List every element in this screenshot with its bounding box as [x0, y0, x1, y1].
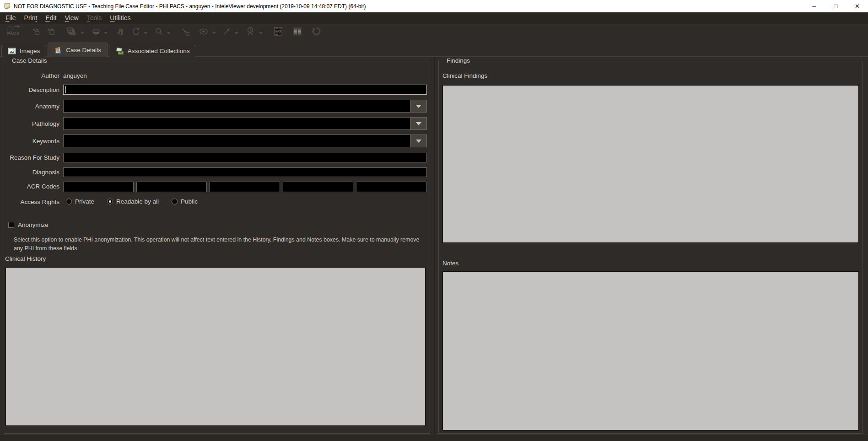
window-presets-button[interactable] [291, 25, 304, 38]
reason-for-study-label: Reason For Study [4, 154, 59, 161]
lock-x-button[interactable] [30, 25, 42, 38]
image-stack-icon [66, 27, 77, 37]
radio-private[interactable]: Private [66, 198, 94, 205]
menu-print[interactable]: Print [20, 13, 42, 23]
toolbar: PACS [0, 24, 868, 38]
menu-tools[interactable]: Tools [83, 13, 106, 23]
description-input[interactable] [63, 85, 427, 95]
one-to-one-button[interactable]: 1:1 [243, 25, 257, 38]
menu-view[interactable]: View [61, 13, 83, 23]
clinical-history-label: Clinical History [5, 255, 46, 262]
diagnosis-field-wrap [63, 167, 427, 177]
zoom-region-button[interactable] [178, 25, 193, 38]
roi-dropdown-button[interactable] [210, 26, 217, 38]
clinical-history-textarea[interactable] [5, 267, 426, 426]
anonymize-option[interactable]: Anonymize [8, 221, 49, 228]
one-to-one-dropdown-button[interactable] [257, 26, 264, 38]
menu-utilities[interactable]: Utilities [106, 13, 135, 23]
window-level-oval-icon [92, 27, 101, 36]
reset-circular-arrow-icon [312, 27, 321, 36]
pathology-dropdown-button[interactable] [410, 118, 426, 129]
window-level-dropdown-button[interactable] [102, 26, 109, 38]
tab-images[interactable]: Images [1, 45, 46, 57]
window-level-button[interactable] [90, 25, 102, 38]
window-presets-icon [292, 27, 303, 36]
reason-for-study-input[interactable] [63, 153, 427, 162]
diagnosis-label: Diagnosis [4, 169, 59, 176]
anatomy-input[interactable] [64, 100, 410, 112]
annotation-dropdown-button[interactable] [233, 26, 240, 38]
image-stack-button[interactable] [65, 25, 79, 38]
rotate-icon [131, 27, 140, 36]
tab-label: Images [20, 48, 40, 54]
chevron-down-icon [416, 140, 421, 143]
acr-code-input-5[interactable] [356, 182, 426, 192]
image-thumbnail-icon [8, 48, 16, 54]
arrow-annotation-button[interactable] [220, 25, 233, 38]
content-area: Case Details Author anguyen Description … [0, 57, 868, 435]
close-button[interactable]: ✕ [846, 0, 868, 12]
anatomy-dropdown-button[interactable] [410, 100, 426, 112]
titlebar: NOT FOR DIAGNOSTIC USE - Teaching File C… [0, 0, 868, 12]
chevron-down-icon [416, 105, 421, 108]
app-icon [4, 2, 11, 11]
dicom-header-icon [273, 27, 283, 36]
send-to-pacs-button[interactable]: PACS [3, 24, 24, 39]
stack-dropdown-button[interactable] [79, 26, 86, 38]
lock-x-icon [32, 27, 41, 36]
arrow-annotation-icon [222, 27, 231, 36]
keywords-dropdown-button[interactable] [410, 135, 426, 147]
author-label: Author [4, 72, 59, 79]
dicom-header-button[interactable] [271, 25, 285, 38]
one-to-one-label: 1:1 [248, 32, 253, 36]
access-rights-label: Access Rights [4, 199, 59, 205]
tab-associated-collections[interactable]: Associated Collections [109, 45, 196, 57]
acr-codes-label: ACR Codes [4, 183, 59, 190]
ellipse-roi-icon [199, 27, 209, 36]
zoom-region-icon [180, 27, 190, 37]
maximize-button[interactable]: □ [825, 0, 846, 12]
tab-case-details[interactable]: Case Details [48, 43, 108, 57]
notes-textarea[interactable] [442, 271, 859, 430]
statusbar [0, 435, 868, 441]
ellipse-roi-button[interactable] [197, 25, 210, 38]
radio-public[interactable]: Public [172, 198, 198, 205]
menubar: File Print Edit View Tools Utilities [0, 12, 868, 24]
acr-code-input-3[interactable] [210, 182, 280, 192]
panel-divider [434, 57, 435, 435]
pathology-combobox [63, 117, 427, 130]
rotate-dropdown-button[interactable] [142, 26, 149, 38]
radio-icon [172, 199, 178, 204]
diagnosis-input[interactable] [63, 167, 427, 177]
window-title: NOT FOR DIAGNOSTIC USE - Teaching File C… [14, 3, 366, 10]
keywords-label: Keywords [4, 138, 59, 145]
reset-button[interactable] [310, 25, 323, 38]
description-label: Description [4, 86, 59, 93]
anonymize-note: Select this option to enable PHI anonymi… [14, 236, 423, 253]
acr-code-input-4[interactable] [283, 182, 353, 192]
acr-code-input-2[interactable] [136, 182, 207, 192]
menu-edit[interactable]: Edit [41, 13, 60, 23]
anatomy-combobox [63, 100, 427, 113]
magnifier-dropdown-button[interactable] [165, 26, 172, 38]
magnify-button[interactable] [152, 25, 165, 38]
pan-button[interactable] [114, 25, 127, 38]
minimize-button[interactable]: ─ [803, 0, 825, 12]
clinical-findings-textarea[interactable] [442, 85, 859, 243]
description-field-wrap [63, 85, 427, 95]
window-controls: ─ □ ✕ [803, 0, 868, 12]
case-details-group: Case Details Author anguyen Description … [4, 61, 430, 434]
clipboard-x-icon [46, 27, 55, 36]
tab-label: Associated Collections [128, 48, 190, 54]
pathology-input[interactable] [64, 118, 410, 129]
radio-readable-by-all[interactable]: Readable by all [107, 198, 159, 205]
rotate-button[interactable] [129, 25, 142, 38]
menu-file[interactable]: File [1, 13, 20, 23]
reason-field-wrap [63, 153, 427, 162]
clipboard-x-button[interactable] [45, 25, 57, 38]
acr-code-input-1[interactable] [63, 182, 134, 192]
checkbox-icon [8, 222, 14, 228]
keywords-input[interactable] [64, 135, 410, 147]
anatomy-label: Anatomy [4, 103, 59, 110]
pathology-label: Pathology [4, 120, 59, 127]
